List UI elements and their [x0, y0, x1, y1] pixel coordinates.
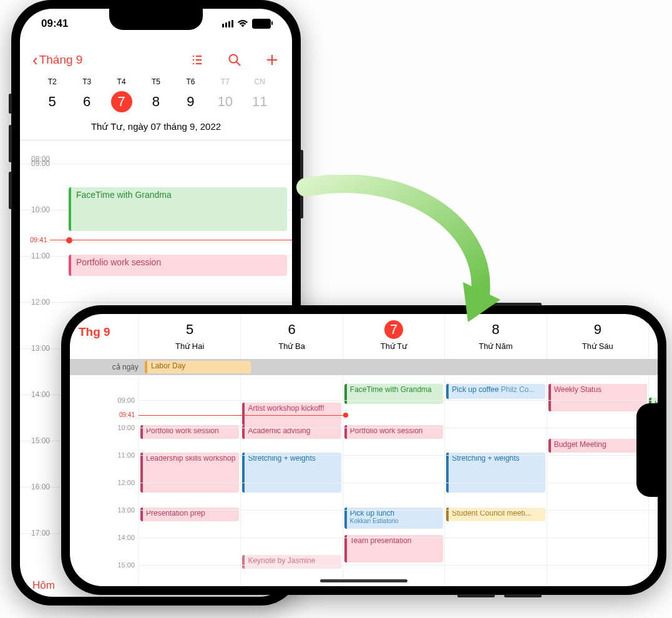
back-button[interactable]: ‹ Tháng 9: [32, 52, 82, 68]
chevron-left-icon: ‹: [32, 52, 38, 68]
event-portfolio-work[interactable]: Portfolio work session: [69, 255, 287, 276]
day-6[interactable]: 6: [76, 91, 97, 112]
event-wed-facetime[interactable]: FaceTime with Grandma: [344, 384, 443, 404]
search-button[interactable]: [227, 52, 242, 67]
add-event-button[interactable]: [265, 52, 280, 67]
all-day-row: cả ngày Labor Day: [70, 359, 658, 375]
wifi-icon: [237, 19, 248, 28]
day-5[interactable]: 5: [42, 91, 63, 112]
all-day-label: cả ngày: [70, 363, 144, 371]
event-mon-leadership[interactable]: Leadership skills workshop: [140, 453, 239, 493]
cellular-icon: [222, 20, 233, 27]
grid-col-fri: Weekly Status Budget Meeting: [547, 375, 648, 586]
date-title: Thứ Tư, ngày 07 tháng 9, 2022: [20, 121, 292, 132]
day-7-selected[interactable]: 7: [111, 91, 132, 112]
event-tue-artist[interactable]: Artist workshop kickoff!: [242, 403, 341, 425]
now-indicator-dot: [66, 237, 72, 243]
list-icon: [190, 52, 205, 67]
grid-col-wed: FaceTime with Grandma Portfolio work ses…: [343, 375, 444, 586]
now-time-label: 09:41: [30, 236, 47, 243]
event-tue-keynote[interactable]: Keynote by Jasmine: [242, 555, 341, 569]
week-header: Thg 9 5Thứ Hai 6Thứ Ba 7Thứ Tư 8Thứ Năm …: [70, 314, 658, 360]
week-grid[interactable]: 09:00 10:00 11:00 12:00 13:00 14:00 15:0…: [70, 375, 658, 586]
week-day-picker[interactable]: T25 T36 T47 T58 T69 T710 CN11: [20, 77, 292, 112]
day-9[interactable]: 9: [180, 91, 201, 112]
event-wed-team[interactable]: Team presentation: [344, 535, 443, 562]
event-wed-lunch[interactable]: Pick up lunchKokkari Estiatorio: [344, 508, 443, 529]
day-8[interactable]: 8: [145, 91, 167, 112]
grid-col-mon: Portfolio work session Leadership skills…: [139, 375, 240, 586]
now-dot-landscape: [343, 413, 348, 418]
event-thu-stretch[interactable]: Stretching + weights: [446, 453, 545, 493]
grid-col-tue: Artist workshop kickoff! Academic advisi…: [240, 375, 342, 586]
plus-icon: [265, 52, 280, 67]
event-labor-day[interactable]: Labor Day: [145, 361, 251, 373]
now-line-landscape: [139, 415, 346, 416]
event-facetime-grandma[interactable]: FaceTime with Grandma: [69, 187, 287, 231]
svg-point-0: [230, 55, 238, 63]
list-view-button[interactable]: [190, 52, 205, 67]
event-tue-stretch[interactable]: Stretching + weights: [242, 453, 341, 493]
now-indicator-line: [50, 240, 292, 240]
search-icon: [227, 52, 242, 67]
week-col-wed[interactable]: 7Thứ Tư: [343, 314, 444, 359]
home-indicator[interactable]: [320, 579, 407, 582]
week-col-tue[interactable]: 6Thứ Ba: [240, 314, 342, 359]
week-col-fri[interactable]: 9Thứ Sáu: [547, 314, 648, 359]
month-label[interactable]: Thg 9: [79, 325, 110, 339]
day-11[interactable]: 11: [249, 91, 270, 112]
week-col-thu[interactable]: 8Thứ Năm: [444, 314, 546, 359]
iphone-landscape: Thg 9 5Thứ Hai 6Thứ Ba 7Thứ Tư 8Thứ Năm …: [61, 305, 666, 595]
event-fri-budget[interactable]: Budget Meeting: [548, 439, 647, 453]
week-col-mon[interactable]: 5Thứ Hai: [139, 314, 240, 359]
svg-line-1: [236, 62, 240, 66]
event-thu-coffee[interactable]: Pick up coffee Philz Co...: [446, 384, 545, 399]
day-10[interactable]: 10: [215, 91, 236, 112]
back-label: Tháng 9: [39, 53, 83, 67]
landscape-screen: Thg 9 5Thứ Hai 6Thứ Ba 7Thứ Tư 8Thứ Năm …: [70, 314, 658, 586]
grid-col-thu: Pick up coffee Philz Co... Stretching + …: [444, 375, 546, 586]
battery-icon: [252, 19, 271, 29]
today-button[interactable]: Hôm: [32, 579, 55, 592]
event-fri-weekly[interactable]: Weekly Status: [548, 384, 647, 411]
status-time: 09:41: [41, 17, 68, 30]
